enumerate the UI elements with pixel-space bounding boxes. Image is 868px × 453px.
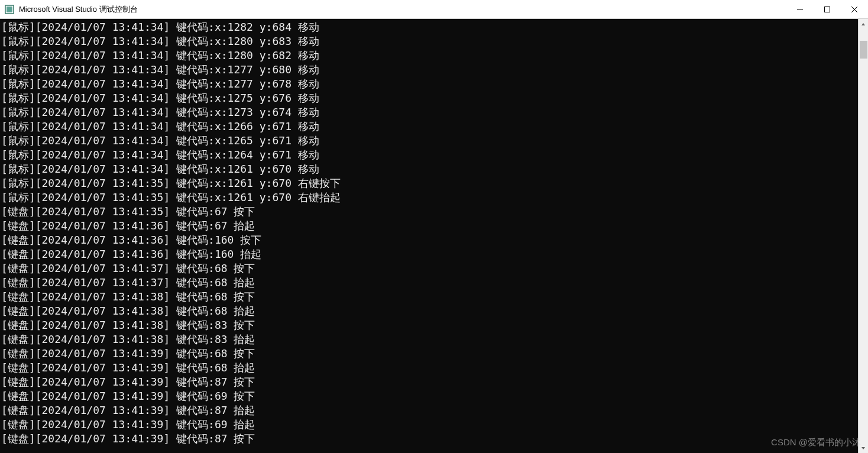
minimize-button[interactable] [786,0,814,18]
console-line: [键盘][2024/01/07 13:41:38] 键代码:83 抬起 [1,332,857,347]
client-area: [鼠标][2024/01/07 13:41:34] 键代码:x:1282 y:6… [0,19,868,453]
window-controls [786,0,868,18]
svg-rect-3 [825,7,830,12]
close-button[interactable] [841,0,868,18]
console-line: [鼠标][2024/01/07 13:41:34] 键代码:x:1266 y:6… [1,119,857,134]
console-line: [鼠标][2024/01/07 13:41:34] 键代码:x:1273 y:6… [1,105,857,119]
console-line: [鼠标][2024/01/07 13:41:34] 键代码:x:1277 y:6… [1,77,857,91]
console-line: [键盘][2024/01/07 13:41:38] 键代码:68 按下 [1,290,857,304]
console-line: [鼠标][2024/01/07 13:41:34] 键代码:x:1275 y:6… [1,91,857,105]
console-line: [键盘][2024/01/07 13:41:39] 键代码:68 按下 [1,347,857,361]
window-title: Microsoft Visual Studio 调试控制台 [19,4,138,15]
console-line: [键盘][2024/01/07 13:41:39] 键代码:87 按下 [1,375,857,389]
svg-marker-6 [861,23,865,25]
console-line: [键盘][2024/01/07 13:41:38] 键代码:68 抬起 [1,304,857,318]
console-line: [键盘][2024/01/07 13:41:38] 键代码:83 按下 [1,318,857,332]
vertical-scrollbar[interactable] [858,19,868,453]
console-line: [鼠标][2024/01/07 13:41:34] 键代码:x:1264 y:6… [1,148,857,162]
svg-marker-7 [861,447,865,449]
console-line: [鼠标][2024/01/07 13:41:34] 键代码:x:1277 y:6… [1,63,857,77]
console-line: [键盘][2024/01/07 13:41:36] 键代码:160 抬起 [1,247,857,261]
console-line: [鼠标][2024/01/07 13:41:34] 键代码:x:1261 y:6… [1,162,857,176]
maximize-button[interactable] [814,0,841,18]
console-line: [鼠标][2024/01/07 13:41:35] 键代码:x:1261 y:6… [1,176,857,190]
console-line: [键盘][2024/01/07 13:41:39] 键代码:69 抬起 [1,418,857,432]
scroll-up-arrow-icon[interactable] [859,19,868,29]
console-line: [鼠标][2024/01/07 13:41:34] 键代码:x:1265 y:6… [1,134,857,148]
console-line: [键盘][2024/01/07 13:41:39] 键代码:87 按下 [1,432,857,446]
scrollbar-thumb[interactable] [860,41,867,59]
svg-rect-1 [7,7,12,12]
console-line: [键盘][2024/01/07 13:41:39] 键代码:68 抬起 [1,361,857,375]
window-titlebar[interactable]: Microsoft Visual Studio 调试控制台 [0,0,868,19]
console-line: [键盘][2024/01/07 13:41:36] 键代码:160 按下 [1,233,857,247]
console-line: [鼠标][2024/01/07 13:41:34] 键代码:x:1280 y:6… [1,48,857,63]
console-line: [键盘][2024/01/07 13:41:36] 键代码:67 抬起 [1,219,857,233]
console-line: [键盘][2024/01/07 13:41:39] 键代码:69 按下 [1,389,857,403]
console-line: [鼠标][2024/01/07 13:41:34] 键代码:x:1280 y:6… [1,34,857,48]
console-line: [键盘][2024/01/07 13:41:39] 键代码:87 抬起 [1,403,857,418]
console-line: [鼠标][2024/01/07 13:41:34] 键代码:x:1282 y:6… [1,20,857,34]
console-line: [键盘][2024/01/07 13:41:35] 键代码:67 按下 [1,205,857,219]
scrollbar-track[interactable] [859,29,868,443]
app-icon [5,5,14,14]
scroll-down-arrow-icon[interactable] [859,443,868,453]
console-line: [鼠标][2024/01/07 13:41:35] 键代码:x:1261 y:6… [1,190,857,205]
console-line: [键盘][2024/01/07 13:41:37] 键代码:68 按下 [1,261,857,276]
console-output[interactable]: [鼠标][2024/01/07 13:41:34] 键代码:x:1282 y:6… [0,19,858,453]
console-line: [键盘][2024/01/07 13:41:37] 键代码:68 抬起 [1,276,857,290]
